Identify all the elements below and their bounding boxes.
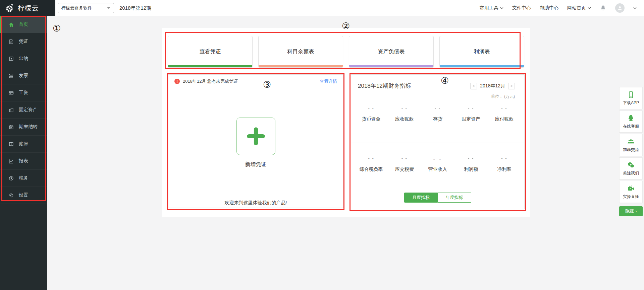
- sidebar-item-fixed-assets[interactable]: 固定资产: [0, 101, 47, 119]
- sidebar-item-label: 固定资产: [19, 107, 38, 113]
- voucher-doc-icon: [8, 39, 14, 45]
- company-select[interactable]: 柠檬云财务软件: [58, 3, 114, 13]
- salary-card-icon: [8, 90, 14, 96]
- sidebar-item-label: 期末结转: [19, 124, 38, 130]
- metric-tax-payable: - - 应交税费: [388, 156, 421, 172]
- sidebar-item-label: 凭证: [19, 39, 28, 45]
- user-avatar[interactable]: [615, 3, 625, 13]
- next-period-button[interactable]: >: [508, 83, 515, 89]
- metric-value: - -: [388, 156, 421, 162]
- metric-label: 应交税费: [388, 166, 421, 172]
- metric-operating-revenue: - - 营业收入: [421, 156, 454, 172]
- notification-bell-icon[interactable]: [600, 5, 606, 11]
- monthly-indicators-button[interactable]: 月度指标: [404, 193, 438, 203]
- sidebar-item-label: 工资: [19, 90, 28, 96]
- metric-label: 综合税负率: [355, 166, 388, 172]
- sidebar-item-tax[interactable]: 税务: [0, 170, 47, 187]
- gear-icon: [8, 192, 14, 198]
- sidebar-item-ledger[interactable]: 账簿: [0, 136, 47, 153]
- nav-help-center[interactable]: 帮助中心: [540, 5, 558, 11]
- nav-common-tools-label: 常用工具: [480, 5, 498, 11]
- metric-value: - -: [454, 105, 488, 112]
- metric-label: 应收账款: [388, 116, 421, 122]
- nav-help-center-label: 帮助中心: [540, 5, 558, 11]
- welcome-text: 欢迎来到这里体验我们的产品!: [168, 200, 343, 206]
- add-voucher-button[interactable]: [236, 118, 275, 155]
- current-period-label: 2018年第12期: [119, 0, 151, 16]
- float-tile-label: 关注我们: [623, 170, 639, 176]
- account-chevron-down-icon[interactable]: [633, 7, 637, 9]
- prev-period-button[interactable]: <: [470, 83, 477, 89]
- sidebar-item-salary[interactable]: 工资: [0, 84, 47, 101]
- nav-file-center[interactable]: 文件中心: [512, 5, 531, 11]
- period-pager: < 2018年12月 >: [470, 83, 515, 89]
- metric-value: - -: [355, 105, 388, 112]
- nav-common-tools[interactable]: 常用工具: [480, 5, 503, 11]
- metric-value-emphasized: - -: [421, 156, 454, 162]
- follow-us-tile[interactable]: 关注我们: [619, 157, 643, 179]
- sidebar-item-label: 首页: [19, 21, 28, 27]
- dollar-circle-icon: [8, 175, 14, 181]
- qq-penguin-icon: [627, 114, 635, 122]
- quick-card-balance-sheet[interactable]: 资产负债表: [349, 36, 434, 68]
- sidebar-item-voucher[interactable]: 凭证: [0, 33, 47, 50]
- home-icon: [8, 21, 14, 27]
- metric-label: 利润额: [454, 166, 488, 172]
- quick-card-income-statement[interactable]: 利润表: [439, 36, 524, 68]
- metric-net-margin: - - 净利率: [488, 156, 521, 172]
- chevron-down-icon: [500, 7, 503, 9]
- indicators-panel: 2018年12期财务指标 < 2018年12月 > 单位： (万元) - - 货…: [351, 74, 525, 209]
- open-book-icon: [8, 141, 14, 147]
- annotation-number-1: ①: [53, 23, 61, 33]
- people-group-icon: [627, 138, 635, 146]
- metric-value: - -: [488, 105, 521, 112]
- card-accent-bar: [259, 65, 343, 67]
- plus-icon: [246, 126, 266, 147]
- quick-card-label: 利润表: [474, 48, 490, 55]
- download-app-tile[interactable]: 下载APP: [619, 87, 643, 109]
- quick-card-label: 查看凭证: [200, 48, 221, 55]
- metric-value: - -: [454, 156, 488, 162]
- card-accent-bar: [440, 65, 524, 67]
- yearly-indicators-button[interactable]: 年度指标: [438, 193, 471, 203]
- indicators-title: 2018年12期财务指标: [358, 82, 411, 90]
- top-header: 柠檬云 柠檬云财务软件 2018年第12期 常用工具 文件中心 帮助中心 网站首…: [0, 0, 644, 16]
- sidebar-item-home[interactable]: 首页: [0, 16, 47, 33]
- float-tile-label: 下载APP: [623, 100, 639, 106]
- online-service-tile[interactable]: 在线客服: [619, 111, 643, 133]
- nav-site-home[interactable]: 网站首页: [567, 5, 591, 11]
- sidebar-item-cashier[interactable]: 出纳: [0, 50, 47, 67]
- sidebar-item-reports[interactable]: 报表: [0, 153, 47, 170]
- unit-label: 单位： (万元): [491, 94, 515, 99]
- view-details-link[interactable]: 查看详情: [320, 78, 337, 84]
- metric-label: 固定资产: [454, 116, 488, 122]
- chevron-down-icon: [107, 7, 110, 9]
- building-icon: [8, 107, 14, 113]
- metric-label: 存货: [421, 116, 454, 122]
- video-camera-icon: [627, 185, 635, 193]
- join-group-tile[interactable]: 加群交流: [619, 134, 643, 156]
- quick-card-label: 资产负债表: [378, 48, 405, 55]
- hide-sidebar-button[interactable]: 隐藏 ›: [619, 206, 643, 216]
- quick-card-account-balance[interactable]: 科目余额表: [258, 36, 343, 68]
- card-accent-bar: [349, 65, 433, 67]
- yuan-box-icon: [8, 56, 14, 62]
- chevron-down-icon: [588, 7, 591, 9]
- mobile-phone-icon: [627, 91, 635, 99]
- sidebar-item-label: 设置: [19, 192, 28, 198]
- sidebar-item-settings[interactable]: 设置: [0, 187, 47, 204]
- logo-text: 柠檬云: [18, 4, 39, 13]
- metric-label: 应付账款: [488, 116, 521, 122]
- wechat-icon: [627, 161, 635, 169]
- quick-card-view-vouchers[interactable]: 查看凭证: [168, 36, 253, 68]
- float-tile-label: 实操直播: [623, 194, 639, 200]
- live-broadcast-tile[interactable]: 实操直播: [619, 181, 643, 203]
- logo-block: 柠檬云: [0, 0, 55, 16]
- sidebar-item-period-end[interactable]: 期末结转: [0, 119, 47, 136]
- nav-file-center-label: 文件中心: [512, 5, 531, 11]
- sidebar-item-label: 账簿: [19, 141, 28, 147]
- unfinished-voucher-alert: 2018年12月 您有未完成凭证: [183, 78, 317, 84]
- sidebar-item-invoice[interactable]: 发票: [0, 67, 47, 84]
- metric-inventory: - - 存货: [421, 105, 454, 122]
- main-sidebar: 首页 凭证 出纳 发票 工资 固定资产 期末结转: [0, 16, 47, 290]
